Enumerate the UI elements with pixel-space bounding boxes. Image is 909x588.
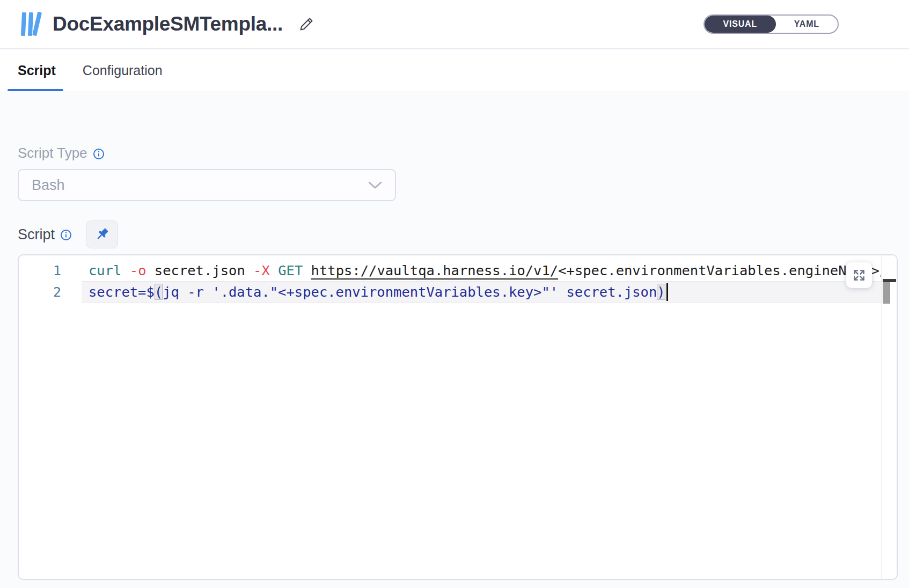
code-text: curl -o secret.json -X GET https://vault… bbox=[82, 260, 881, 281]
script-type-label-row: Script Type bbox=[18, 145, 898, 161]
tab-bar: Script Configuration bbox=[0, 49, 909, 91]
text-caret bbox=[666, 283, 668, 301]
header: DocExampleSMTempla... VISUAL YAML bbox=[0, 0, 909, 49]
code-token: jq -r '.data."<+spec.environmentVariable… bbox=[163, 284, 657, 300]
tab-configuration[interactable]: Configuration bbox=[83, 49, 163, 91]
code-token bbox=[270, 262, 278, 278]
code-token: https://vaultqa.harness.io/v1/ bbox=[311, 262, 559, 278]
toggle-visual[interactable]: VISUAL bbox=[705, 16, 776, 33]
script-code-editor[interactable]: 1curl -o secret.json -X GET https://vaul… bbox=[18, 254, 898, 580]
script-type-label: Script Type bbox=[18, 145, 87, 161]
code-token: ) bbox=[657, 284, 665, 300]
code-token: secret=$ bbox=[89, 284, 155, 300]
code-token: secret.json bbox=[146, 262, 254, 278]
scrollbar-thumb[interactable] bbox=[883, 282, 890, 304]
visual-yaml-toggle: VISUAL YAML bbox=[703, 14, 839, 34]
info-icon[interactable] bbox=[60, 229, 72, 241]
code-token: -o bbox=[130, 262, 146, 278]
code-token: curl bbox=[89, 262, 121, 278]
info-icon[interactable] bbox=[93, 148, 105, 160]
script-type-value: Bash bbox=[32, 177, 65, 194]
code-token bbox=[303, 262, 311, 278]
main-content: Script Type Bash Script bbox=[0, 91, 909, 588]
expand-editor-button[interactable] bbox=[846, 262, 872, 288]
code-line-1[interactable]: 1curl -o secret.json -X GET https://vaul… bbox=[19, 260, 881, 281]
chevron-down-icon bbox=[368, 181, 382, 189]
code-token: <+spec.environmentVariables.engineName>/ bbox=[558, 262, 881, 278]
script-type-select[interactable]: Bash bbox=[18, 169, 396, 201]
code-lines[interactable]: 1curl -o secret.json -X GET https://vaul… bbox=[19, 255, 881, 579]
code-token: -X bbox=[253, 262, 270, 278]
page-title: DocExampleSMTempla... bbox=[53, 13, 283, 35]
script-label-row: Script bbox=[18, 220, 898, 248]
editor-scrollbar bbox=[881, 255, 897, 579]
code-line-2[interactable]: 2secret=$(jq -r '.data."<+spec.environme… bbox=[19, 281, 881, 303]
edit-title-button[interactable] bbox=[298, 16, 315, 33]
fullscreen-expand-icon bbox=[852, 268, 866, 282]
script-label: Script bbox=[18, 226, 55, 243]
line-number: 1 bbox=[19, 263, 89, 278]
code-token: GET bbox=[278, 262, 303, 278]
tab-script[interactable]: Script bbox=[18, 49, 56, 91]
pushpin-icon bbox=[94, 227, 109, 242]
code-token bbox=[121, 262, 129, 278]
line-number: 2 bbox=[19, 284, 89, 300]
code-token: ( bbox=[155, 284, 163, 300]
code-text: secret=$(jq -r '.data."<+spec.environmen… bbox=[82, 281, 881, 303]
pencil-icon bbox=[298, 16, 315, 33]
pin-script-button[interactable] bbox=[86, 220, 118, 248]
template-library-icon bbox=[19, 11, 43, 38]
toggle-yaml[interactable]: YAML bbox=[776, 16, 838, 33]
